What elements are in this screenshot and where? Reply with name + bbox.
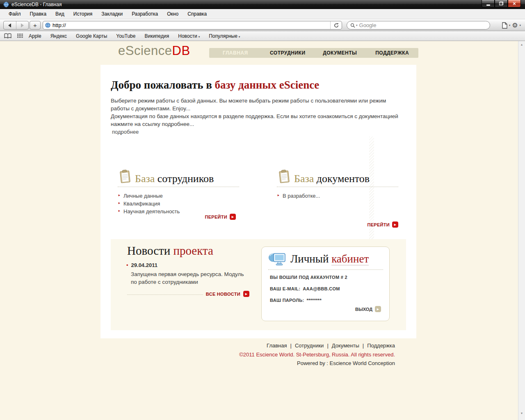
reload-icon: [334, 23, 339, 28]
documents-db-go-button[interactable]: ПЕРЕЙТИ ▶: [367, 221, 398, 228]
bullet-icon: ‣: [118, 208, 121, 215]
forward-button[interactable]: [16, 21, 29, 29]
all-news-button[interactable]: ВСЕ НОВОСТИ ▶: [127, 291, 249, 297]
menu-help[interactable]: Справка: [183, 11, 211, 17]
nav-item-home[interactable]: ГЛАВНАЯ: [209, 48, 262, 58]
footer-link-documents[interactable]: Документы: [332, 342, 359, 349]
site-logo: eScienceDB: [118, 43, 190, 58]
staff-db-go-button[interactable]: ПЕРЕЙТИ ▶: [205, 214, 236, 220]
site-logo-primary: eScience: [118, 43, 172, 58]
section-staff-title-rest: сотрудников: [158, 173, 214, 185]
menu-develop[interactable]: Разработка: [127, 11, 162, 17]
gear-icon[interactable]: ⚙: [512, 22, 518, 29]
bullet-icon: ‣: [277, 192, 280, 200]
window-titlebar: eScienceDB - Главная ×: [0, 0, 525, 9]
section-staff-title-accent: База: [135, 173, 158, 185]
play-arrow-icon: ▶: [230, 214, 236, 220]
back-button[interactable]: [4, 21, 16, 29]
welcome-paragraph-1: Выберите режим работы с базой данных. Вы…: [111, 97, 405, 112]
news-title: Новости проекта: [127, 244, 213, 258]
all-news-label: ВСЕ НОВОСТИ: [206, 292, 240, 297]
menu-file[interactable]: Файл: [4, 11, 25, 17]
main-navigation: ГЛАВНАЯ СОТРУДНИКИ ДОКУМЕНТЫ ПОДДЕРЖКА: [209, 48, 418, 58]
cabinet-email-value: AAA@BBB.COM: [303, 286, 340, 291]
new-tab-button[interactable]: +: [30, 21, 41, 30]
vertical-scrollbar[interactable]: ▲ ▼: [518, 41, 525, 420]
address-input[interactable]: [52, 22, 330, 28]
list-item-personal-data[interactable]: ‣Личные данные: [118, 192, 239, 200]
section-staff-title: База сотрудников: [135, 173, 214, 184]
bookmark-folder-popular[interactable]: Популярные▾: [209, 33, 240, 39]
search-engine-dropdown-icon[interactable]: ▾: [356, 24, 358, 27]
bookmark-apple[interactable]: Apple: [29, 33, 41, 39]
cabinet-email-line: ВАШ E-MAIL:AAA@BBB.COM: [270, 286, 340, 291]
bookmarks-book-icon[interactable]: [4, 33, 11, 39]
footer-link-staff[interactable]: Сотрудники: [295, 342, 324, 349]
bookmark-folder-news[interactable]: Новости▾: [178, 33, 200, 39]
close-button[interactable]: ×: [508, 0, 521, 7]
section-staff-header: База сотрудников: [118, 169, 239, 187]
footer-separator: |: [290, 342, 292, 349]
restore-button[interactable]: [495, 0, 508, 7]
footer-link-support[interactable]: Поддержка: [367, 342, 395, 349]
bookmark-google-maps[interactable]: Google Карты: [76, 33, 107, 39]
menu-history[interactable]: История: [69, 11, 97, 17]
section-documents-db: База документов ‣В разработке... ПЕРЕЙТИ…: [277, 169, 398, 235]
bookmarks-bar: Apple Яндекс Google Карты YouTube Википе…: [0, 31, 525, 41]
logout-button[interactable]: ВЫХОД ▶: [355, 306, 381, 312]
chevron-down-icon: ▾: [239, 35, 240, 38]
news-date: 29.04.2011: [131, 262, 158, 268]
footer-links: Главная|Сотрудники|Документы|Поддержка: [100, 342, 395, 349]
section-documents-header: База документов: [277, 169, 398, 187]
search-input[interactable]: [359, 22, 486, 28]
menu-view[interactable]: Вид: [51, 11, 69, 17]
cabinet-header: Личный кабинет: [268, 251, 383, 270]
news-text: Запущена первая очередь ресурса. Модуль …: [131, 270, 250, 286]
gear-dropdown-icon[interactable]: ▾: [519, 24, 521, 27]
top-sites-grid-icon[interactable]: [17, 34, 23, 38]
browser-toolbar: + ▾ ▾ ⚙ ▾: [0, 19, 525, 31]
news-bullet-icon: •: [126, 262, 128, 268]
footer-link-home[interactable]: Главная: [267, 342, 287, 349]
cabinet-login-line: ВЫ ВОШЛИ ПОД АККАУНТОМ # 2: [270, 275, 347, 280]
window-controls: ×: [482, 0, 521, 7]
history-nav-group: [3, 21, 29, 30]
page-menu-dropdown-icon[interactable]: ▾: [509, 24, 511, 27]
section-documents-title: База документов: [294, 173, 370, 184]
menu-edit[interactable]: Правка: [25, 11, 51, 17]
personal-cabinet-panel: Личный кабинет ВЫ ВОШЛИ ПОД АККАУНТОМ # …: [261, 247, 390, 321]
play-arrow-icon: ▶: [243, 291, 249, 297]
section-staff-db: База сотрудников ‣Личные данные ‣Квалифи…: [118, 169, 239, 235]
bookmark-youtube[interactable]: YouTube: [116, 33, 135, 39]
menu-bookmarks[interactable]: Закладки: [97, 11, 127, 17]
cabinet-title: Личный кабинет: [290, 253, 369, 265]
bookmark-folder-popular-label: Популярные: [209, 33, 237, 39]
reload-button[interactable]: [330, 21, 342, 29]
minimize-button[interactable]: [482, 0, 495, 7]
search-bar[interactable]: ▾: [347, 21, 490, 30]
bookmark-yandex[interactable]: Яндекс: [50, 33, 67, 39]
footer-separator: |: [363, 342, 364, 349]
section-documents-title-rest: документов: [317, 173, 370, 185]
scroll-up-icon[interactable]: ▲: [518, 41, 525, 48]
list-item-label: В разработке...: [283, 192, 320, 200]
page-viewport: eScienceDB ГЛАВНАЯ СОТРУДНИКИ ДОКУМЕНТЫ …: [0, 41, 525, 420]
address-bar[interactable]: [43, 21, 342, 30]
nav-item-staff[interactable]: СОТРУДНИКИ: [262, 48, 314, 58]
menu-window[interactable]: Окно: [162, 11, 183, 17]
bookmark-wikipedia[interactable]: Википедия: [144, 33, 169, 39]
list-item-label: Научная деятельность: [123, 208, 180, 215]
documents-db-list: ‣В разработке...: [277, 192, 398, 200]
nav-item-support[interactable]: ПОДДЕРЖКА: [366, 48, 419, 58]
more-link[interactable]: подробнее: [112, 129, 139, 135]
staff-db-list: ‣Личные данные ‣Квалификация ‣Научная де…: [118, 192, 239, 215]
close-icon: ×: [513, 1, 516, 6]
clipboard-icon: [118, 169, 132, 184]
bullet-icon: ‣: [118, 200, 121, 208]
scroll-down-icon[interactable]: ▼: [518, 410, 525, 417]
list-item-qualification[interactable]: ‣Квалификация: [118, 200, 239, 208]
logout-label: ВЫХОД: [355, 307, 372, 312]
page-menu-icon[interactable]: [502, 22, 507, 29]
list-item-label: Квалификация: [123, 200, 160, 208]
nav-item-documents[interactable]: ДОКУМЕНТЫ: [314, 48, 366, 58]
